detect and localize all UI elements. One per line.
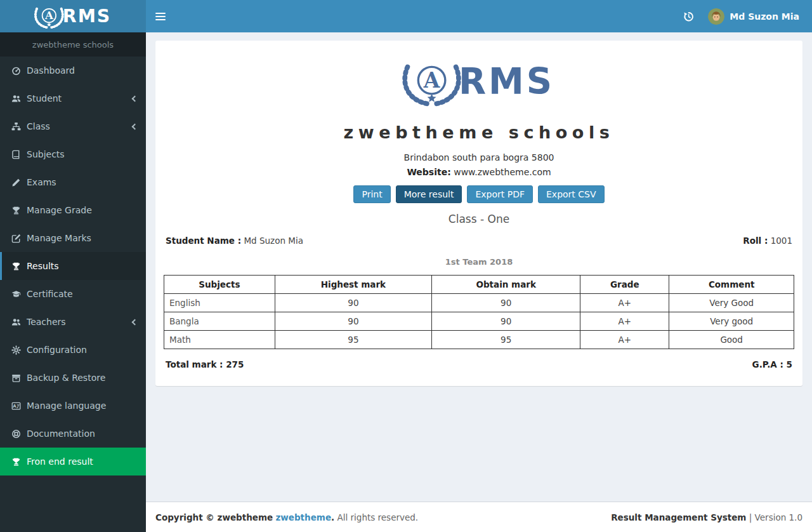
archive-icon [11, 373, 21, 383]
sidebar-school-name: zwebtheme schools [0, 32, 146, 57]
sidebar-item-results[interactable]: Results [0, 252, 146, 280]
sidebar-item-label: Backup & Restore [27, 373, 105, 383]
table-cell-grade: A+ [580, 312, 669, 331]
column-header: Obtain mark [432, 276, 580, 294]
table-cell-comment: Very Good [669, 294, 794, 312]
sidebar-item-teachers[interactable]: Teachers [0, 308, 146, 336]
sidebar-item-label: Exams [27, 177, 56, 187]
school-logo [164, 55, 794, 110]
sidebar-item-manage-marks[interactable]: Manage Marks [0, 224, 146, 252]
sidebar-item-dashboard[interactable]: Dashboard [0, 57, 146, 84]
trophy-icon [11, 262, 21, 271]
student-roll: Roll : 1001 [743, 236, 792, 246]
users-icon [11, 94, 21, 103]
sidebar-item-certificate[interactable]: Certificate [0, 280, 146, 308]
sidebar-item-configuration[interactable]: Configuration [0, 336, 146, 364]
result-card: zwebtheme schools Brindabon south para b… [155, 41, 802, 386]
table-cell-obtain: 95 [432, 331, 580, 349]
more-result-button[interactable]: More result [396, 185, 462, 203]
school-address: Brindabon south para bogra 5800 [164, 152, 794, 163]
sidebar-item-label: Manage language [27, 401, 106, 411]
rights-text: All rights reserved. [337, 512, 418, 522]
sidebar-menu: Dashboard Student Class Subjects Exams M… [0, 57, 146, 475]
sidebar-item-subjects[interactable]: Subjects [0, 140, 146, 168]
total-mark-label: Total mark : [166, 359, 223, 369]
sidebar-item-label: Documentation [27, 429, 95, 439]
table-cell-grade: A+ [580, 331, 669, 349]
footer-copyright: Copyright © zwebtheme zwebtheme. All rig… [155, 512, 418, 522]
table-cell-highest: 95 [275, 331, 431, 349]
sidebar-item-label: Configuration [27, 345, 87, 355]
sidebar-item-exams[interactable]: Exams [0, 168, 146, 196]
pencil-icon [11, 178, 21, 187]
table-cell-grade: A+ [580, 294, 669, 312]
navbar-right: Md Suzon Mia [675, 0, 812, 32]
column-header: Highest mark [275, 276, 431, 294]
sidebar-item-label: Manage Marks [27, 233, 91, 243]
sidebar-item-label: Certificate [27, 289, 73, 299]
sitemap-icon [11, 122, 21, 131]
sidebar-toggle-button[interactable] [146, 0, 175, 32]
avatar [708, 8, 724, 25]
student-name: Student Name : Md Suzon Mia [166, 236, 303, 246]
chevron-left-icon [132, 95, 138, 102]
column-header: Grade [580, 276, 669, 294]
zwebtheme-link[interactable]: zwebtheme [275, 512, 331, 522]
gpa-label: G.P.A : [752, 359, 783, 369]
sidebar-item-backup-restore[interactable]: Backup & Restore [0, 364, 146, 392]
life-ring-icon [11, 429, 21, 439]
history-button[interactable] [675, 0, 702, 32]
user-menu[interactable]: Md Suzon Mia [702, 0, 802, 32]
roll-label: Roll : [743, 236, 768, 246]
sidebar-item-class[interactable]: Class [0, 112, 146, 140]
total-mark-value: 275 [226, 359, 244, 369]
total-mark: Total mark : 275 [166, 359, 244, 369]
sidebar-item-student[interactable]: Student [0, 84, 146, 112]
action-buttons: Print More result Export PDF Export CSV [164, 185, 794, 203]
export-csv-button[interactable]: Export CSV [538, 185, 605, 203]
sidebar-item-manage-grade[interactable]: Manage Grade [0, 196, 146, 224]
column-header: Comment [669, 276, 794, 294]
sidebar-item-manage-language[interactable]: Manage language [0, 392, 146, 420]
trophy-icon [11, 206, 21, 215]
sidebar-item-label: Subjects [27, 149, 65, 159]
totals-row: Total mark : 275 G.P.A : 5 [164, 359, 794, 369]
website-value: www.zwebtheme.com [454, 167, 551, 177]
table-cell-obtain: 90 [432, 294, 580, 312]
hamburger-icon [155, 13, 166, 14]
table-cell-comment: Good [669, 331, 794, 349]
school-website: Website: www.zwebtheme.com [164, 167, 794, 177]
term-title: 1st Team 2018 [164, 257, 794, 267]
sidebar-item-front-end-result[interactable]: Fron end result [0, 448, 146, 475]
trophy-icon [11, 457, 21, 467]
graduation-cap-icon [11, 289, 21, 299]
sidebar-item-label: Manage Grade [27, 205, 92, 215]
table-cell-subject: English [164, 294, 275, 312]
chevron-left-icon [132, 319, 138, 325]
sidebar: zwebtheme schools Dashboard Student Clas… [0, 0, 146, 532]
gpa: G.P.A : 5 [752, 359, 792, 369]
edit-icon [11, 234, 21, 243]
sidebar-item-label: Class [27, 121, 50, 131]
app-logo[interactable] [0, 0, 146, 32]
history-icon [683, 11, 694, 22]
column-header: Subjects [164, 276, 275, 294]
table-row: Bangla 90 90 A+ Very good [164, 312, 794, 331]
table-cell-highest: 90 [275, 312, 431, 331]
gpa-value: 5 [787, 359, 792, 369]
table-cell-subject: Math [164, 331, 275, 349]
student-name-label: Student Name : [166, 236, 241, 246]
table-cell-subject: Bangla [164, 312, 275, 331]
arms-logo-icon [25, 3, 121, 30]
sidebar-item-label: Dashboard [27, 65, 75, 76]
table-cell-highest: 90 [275, 294, 431, 312]
arms-logo-icon [384, 55, 574, 110]
page-footer: Copyright © zwebtheme zwebtheme. All rig… [146, 502, 812, 532]
sidebar-item-label: Results [27, 261, 59, 271]
system-name: Result Management System [611, 512, 746, 522]
roll-value: 1001 [771, 236, 792, 246]
export-pdf-button[interactable]: Export PDF [467, 185, 533, 203]
users-icon [11, 317, 21, 327]
sidebar-item-documentation[interactable]: Documentation [0, 420, 146, 448]
print-button[interactable]: Print [353, 185, 390, 203]
